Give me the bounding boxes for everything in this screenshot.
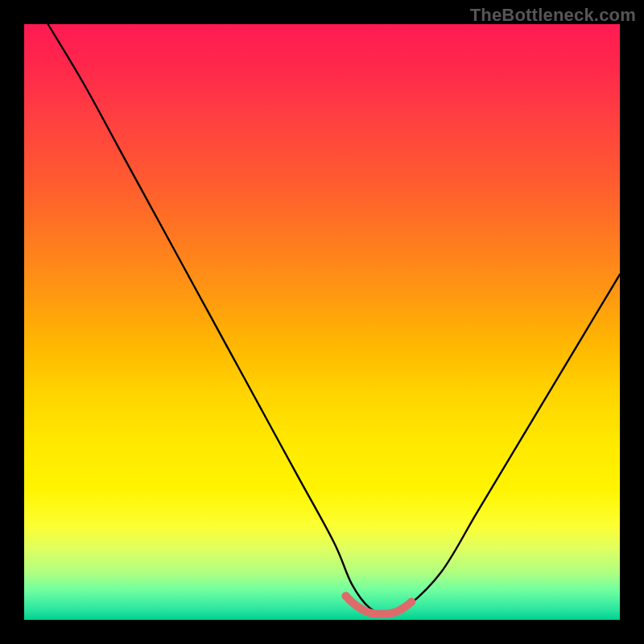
- plot-area: [24, 24, 620, 620]
- bottleneck-curve-path: [48, 24, 620, 614]
- optimal-zone-dot-right: [407, 598, 415, 606]
- curve-layer: [24, 24, 620, 620]
- optimal-zone-dot-left: [342, 592, 350, 600]
- chart-canvas: TheBottleneck.com: [0, 0, 644, 644]
- optimal-zone-path: [346, 596, 411, 613]
- watermark-text: TheBottleneck.com: [470, 5, 636, 26]
